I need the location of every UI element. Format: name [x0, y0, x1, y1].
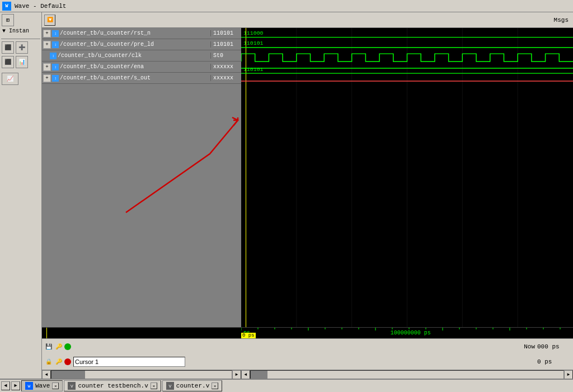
signal-row[interactable]: + ↕ /counter_tb/u_counter/s_out xxxxxx	[42, 73, 241, 84]
expand-btn-1[interactable]: +	[43, 41, 51, 49]
status-dot-red	[64, 358, 71, 365]
taskbar: ◄ ► W Wave × V counter testbench.v × V c…	[0, 379, 573, 392]
waveform-display[interactable]: 111000 110101 110101	[241, 28, 573, 327]
sidebar-btn-3[interactable]: ⬛	[2, 56, 14, 68]
taskbar-left: ◄ ►	[1, 381, 20, 390]
tab-testbench[interactable]: V counter testbench.v ×	[64, 380, 161, 391]
signal-icon-2: ↕	[50, 53, 57, 59]
waveform-svg: 111000 110101 110101	[241, 28, 573, 327]
cursor-time-label: 0 ps	[241, 333, 256, 338]
wave-tab-icon: W	[25, 382, 33, 390]
sidebar-btn-2[interactable]: ➕	[16, 41, 28, 54]
title-text: Wave - Default	[15, 3, 66, 10]
sidebar-btn-instance[interactable]: ⊞	[2, 14, 14, 26]
left-scrollbar: ◄ ►	[42, 370, 241, 379]
scroll-right-3[interactable]: ►	[564, 370, 573, 379]
h-scrollbar-left[interactable]	[51, 370, 232, 379]
title-bar: W Wave - Default	[0, 0, 573, 12]
signal-row[interactable]: + ↕ /counter_tb/u_counter/pre_ld 110101	[42, 39, 241, 50]
tab-counter[interactable]: V counter.v ×	[162, 380, 222, 391]
wave-area: 🔽 Msgs + ↕ /counter_tb/u_counter/rst_n 1…	[42, 12, 573, 379]
signal-value-0: 110101	[210, 30, 241, 36]
lock-icon: 🔒	[44, 357, 53, 366]
testbench-tab-label: counter testbench.v	[78, 382, 148, 389]
signal-name-3: /counter_tb/u_counter/ena	[60, 64, 210, 70]
signal-icon-3: ↕	[52, 64, 59, 70]
timeline-area: ps 100000000 ps	[42, 327, 573, 338]
msgs-label: Msgs	[554, 17, 571, 23]
status-icon-2: 🔑	[54, 342, 63, 351]
title-icon: W	[2, 2, 11, 11]
signal-list: + ↕ /counter_tb/u_counter/rst_n 110101 +…	[42, 28, 241, 327]
counter-tab-close[interactable]: ×	[212, 382, 218, 389]
signal-icon-4: ↕	[52, 75, 59, 82]
signal-icon-0: ↕	[52, 30, 59, 37]
filter-icon: 🔽	[47, 17, 53, 23]
status-icon-1: 💾	[44, 342, 53, 351]
status-row-1: 💾 🔑 Now 000 ps	[42, 339, 573, 355]
wave-window: 🔽 Msgs + ↕ /counter_tb/u_counter/rst_n 1…	[42, 12, 573, 379]
expand-btn-3[interactable]: +	[43, 63, 51, 71]
left-sidebar: ⊞ ▼ Instan ⬛ ➕ ⬛ 📊 📈	[0, 12, 42, 379]
signal-value-2: St0	[210, 53, 241, 59]
signal-name-0: /counter_tb/u_counter/rst_n	[60, 30, 210, 36]
timeline-ticks	[241, 328, 573, 338]
svg-text:110101: 110101	[243, 67, 264, 73]
h-scrollbar-right[interactable]	[250, 370, 564, 379]
cursor-value: 0 ps	[537, 358, 571, 365]
wave-toolbar: 🔽 Msgs	[42, 12, 573, 28]
wave-tab-label: Wave	[35, 382, 50, 389]
expand-btn-4[interactable]: +	[43, 74, 51, 82]
filter-btn[interactable]: 🔽	[44, 15, 55, 26]
right-scrollbar: ◄ ►	[241, 370, 573, 379]
svg-text:110101: 110101	[243, 41, 264, 47]
tab-wave[interactable]: W Wave ×	[21, 380, 63, 391]
key-icon: 🔑	[54, 357, 63, 366]
status-bar: 💾 🔑 Now 000 ps 🔒 🔑 0 ps	[42, 338, 573, 370]
status-row-2: 🔒 🔑 0 ps	[42, 355, 573, 370]
status-icons: 💾 🔑	[44, 342, 71, 351]
nav-right[interactable]: ►	[11, 381, 20, 390]
main-container: ⊞ ▼ Instan ⬛ ➕ ⬛ 📊 📈 🔽 Msg	[0, 12, 573, 379]
now-label: Now	[524, 343, 535, 350]
signal-value-4: xxxxxx	[210, 75, 241, 81]
scroll-right[interactable]: ►	[232, 370, 241, 379]
testbench-tab-close[interactable]: ×	[151, 382, 157, 389]
sidebar-btn-1[interactable]: ⬛	[2, 41, 14, 54]
cursor-input[interactable]	[73, 357, 185, 367]
instance-icon: ⊞	[6, 17, 10, 23]
expand-btn-0[interactable]: +	[43, 30, 51, 37]
signal-name-2: /counter_tb/u_counter/clk	[58, 53, 210, 59]
signal-row[interactable]: + ↕ /counter_tb/u_counter/rst_n 110101	[42, 28, 241, 39]
signal-row[interactable]: ↕ /counter_tb/u_counter/clk St0	[42, 50, 241, 62]
sidebar-btn-4[interactable]: 📊	[16, 56, 28, 68]
signal-icon-1: ↕	[52, 41, 59, 48]
instance-label: ▼ Instan	[2, 28, 29, 34]
status-dot	[64, 343, 71, 350]
signal-value-1: 110101	[210, 41, 241, 48]
signal-value-3: xxxxxx	[210, 64, 241, 70]
svg-text:111000: 111000	[243, 30, 264, 36]
signal-waveform: + ↕ /counter_tb/u_counter/rst_n 110101 +…	[42, 28, 573, 327]
signal-row[interactable]: + ↕ /counter_tb/u_counter/ena xxxxxx	[42, 62, 241, 73]
counter-tab-icon: V	[166, 382, 174, 390]
nav-left[interactable]: ◄	[1, 381, 10, 390]
scrollbar-row: ◄ ► ◄ ►	[42, 370, 573, 379]
sidebar-group-1: ⊞ ▼ Instan	[1, 13, 40, 35]
counter-tab-label: counter.v	[176, 382, 209, 389]
scroll-left[interactable]: ◄	[42, 370, 51, 379]
signal-name-4: /counter_tb/u_counter/s_out	[60, 75, 210, 81]
signal-name-1: /counter_tb/u_counter/pre_ld	[60, 41, 210, 48]
sidebar-btn-expand[interactable]: 📈	[2, 73, 18, 85]
scroll-right-2[interactable]: ◄	[241, 370, 250, 379]
status-icons-2: 🔒 🔑	[44, 357, 71, 366]
timeline-cursor-line	[46, 328, 47, 338]
wave-tab-close[interactable]: ×	[52, 382, 59, 389]
now-value: 000 ps	[537, 343, 571, 350]
testbench-tab-icon: V	[68, 382, 76, 390]
